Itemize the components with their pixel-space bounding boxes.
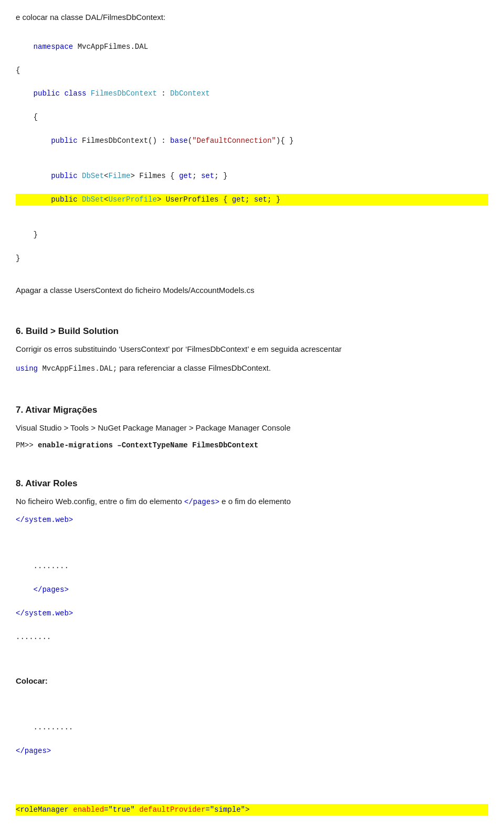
ellipsis3: ......... xyxy=(34,723,74,731)
class-line: public class FilmesDbContext : DbContext xyxy=(16,89,210,98)
brace-close1: } xyxy=(16,231,38,239)
constructor-line: public FilmesDbContext() : base("Default… xyxy=(16,137,293,145)
section8-heading: 8. Ativar Roles xyxy=(16,476,488,490)
colocar-label: Colocar: xyxy=(16,674,488,688)
systemweb-tag: </system.web> xyxy=(16,514,488,527)
apagar-text: Apagar a classe UsersContext do ficheiro… xyxy=(16,284,488,297)
using-suffix: para referenciar a classe FilmesDbContex… xyxy=(117,363,271,372)
kw-namespace: namespace MvcAppFilmes.DAL xyxy=(34,43,148,51)
pages-close2: </pages> xyxy=(16,747,51,755)
section6-desc: Corrigir os erros substituindo ‘UsersCon… xyxy=(16,342,488,356)
namespace-dal: MvcAppFilmes.DAL; xyxy=(38,364,117,373)
section6-heading: 6. Build > Build Solution xyxy=(16,324,488,338)
dbset-filmes-line: public DbSet<Filme> Filmes { get; set; } xyxy=(16,172,227,180)
pm-command-text: enable-migrations –ContextTypeName Filme… xyxy=(38,441,258,449)
section7-heading: 7. Ativar Migrações xyxy=(16,403,488,417)
xml-ellipsis-block1: ........ </pages> </system.web> ........ xyxy=(16,549,488,655)
intro-text: e colocar na classe DAL/FilmesDbContext: xyxy=(16,11,488,24)
namespace-code: namespace MvcAppFilmes.DAL { public clas… xyxy=(16,29,488,276)
brace-open: { xyxy=(16,66,20,75)
colocar-code-block: ......... </pages> <roleManager enabled=… xyxy=(16,710,488,837)
section7-desc: Visual Studio > Tools > NuGet Package Ma… xyxy=(16,421,488,435)
using-keyword: using xyxy=(16,364,38,373)
systemweb-close: </system.web> xyxy=(16,609,73,618)
main-content: e colocar na classe DAL/FilmesDbContext:… xyxy=(16,11,488,837)
brace-open2: { xyxy=(16,113,38,121)
pm-command-line: PM>> enable-migrations –ContextTypeName … xyxy=(16,440,488,452)
dbset-userprofiles-line: public DbSet<UserProfile> UserProfiles {… xyxy=(16,194,488,205)
section6-using: using MvcAppFilmes.DAL; para referenciar… xyxy=(16,361,488,375)
rolemanager-open: <roleManager enabled="true" defaultProvi… xyxy=(16,804,488,815)
pages-tag-inline: </pages> xyxy=(184,498,219,506)
section8-desc1: No ficheiro Web.config, entre o fim do e… xyxy=(16,495,488,509)
pm-prompt: PM> xyxy=(16,441,29,449)
pages-close-indented: </pages> xyxy=(16,585,69,594)
ellipsis1: ........ xyxy=(34,562,69,570)
ellipsis2: ........ xyxy=(16,633,51,641)
brace-close2: } xyxy=(16,254,20,263)
